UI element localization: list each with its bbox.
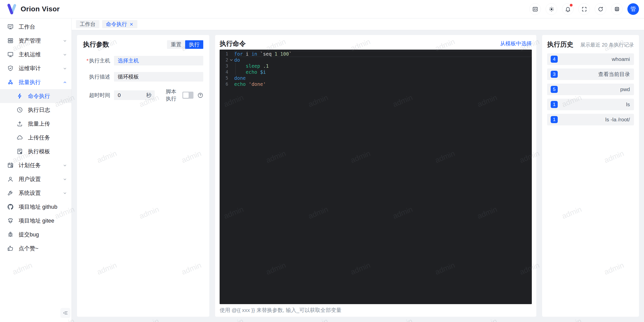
code-line: 1for i in `seq 1 100` — [220, 51, 532, 57]
theme-brightness-icon — [548, 6, 555, 12]
timeout-unit: 秒 — [146, 92, 151, 99]
select-from-template-link[interactable]: 从模板中选择 — [500, 40, 532, 47]
editor-hint: 使用 @{{ xxx }} 来替换参数, 输入_可以获取全部变量 — [220, 307, 532, 314]
history-panel-title: 执行历史 — [547, 40, 573, 49]
github-icon — [7, 203, 14, 210]
fullscreen-button[interactable] — [578, 3, 590, 15]
sidebar-item[interactable]: 项目地址 github — [0, 200, 71, 214]
sidebar-item-label: 工作台 — [19, 23, 67, 31]
description-input[interactable] — [114, 72, 203, 82]
chevron-down-icon — [62, 38, 67, 43]
host-ops-icon — [7, 51, 14, 58]
refresh-button[interactable] — [595, 3, 606, 15]
notifications-bell-icon — [565, 6, 571, 12]
tab[interactable]: 工作台 — [76, 20, 99, 28]
template-file-icon — [16, 148, 23, 155]
sidebar-item[interactable]: 计划任务 — [0, 158, 71, 172]
script-exec-toggle[interactable] — [182, 92, 193, 99]
thumbs-up-icon — [7, 245, 14, 252]
sidebar-item-label: 项目地址 github — [19, 203, 67, 211]
user-avatar[interactable]: 管 — [627, 3, 639, 15]
params-panel-title: 执行参数 — [83, 40, 109, 49]
code-line: 6echo 'done' — [220, 81, 532, 87]
help-question-icon[interactable] — [197, 92, 203, 98]
sidebar-item[interactable]: 项目地址 gitee — [0, 214, 71, 228]
sidebar-item-label: 执行模板 — [28, 148, 67, 155]
sidebar-item-label: 批量执行 — [19, 79, 62, 86]
sidebar-item[interactable]: 用户设置 — [0, 172, 71, 186]
params-form: *执行主机 选择主机 执行描述 超时时间 秒 — [83, 56, 203, 102]
main-area: 工作台命令执行 执行参数 重置 执行 *执行主机 选择主机 — [72, 18, 644, 322]
theme-brightness-button[interactable] — [546, 3, 557, 15]
sidebar-item[interactable]: 批量上传 — [0, 117, 71, 131]
sidebar-item-label: 批量上传 — [28, 120, 67, 128]
sidebar-collapse-button[interactable] — [60, 308, 70, 318]
tab-bar: 工作台命令执行 — [72, 18, 644, 30]
sidebar-item[interactable]: 上传任务 — [0, 131, 71, 145]
settings-gear-button[interactable] — [611, 3, 623, 15]
execution-count-badge: 4 — [551, 56, 558, 63]
sidebar-item[interactable]: 运维审计 — [0, 61, 71, 75]
tab-active[interactable]: 命令执行 — [102, 20, 137, 28]
history-item[interactable]: 3查看当前目录 — [547, 68, 634, 80]
notifications-bell-button[interactable] — [562, 3, 574, 15]
required-asterisk: * — [87, 58, 89, 63]
tab-label: 工作台 — [80, 21, 96, 28]
sidebar-item[interactable]: 执行模板 — [0, 145, 71, 158]
history-command: pwd — [558, 86, 630, 92]
code-editor[interactable]: 1for i in `seq 1 100`2do3 sleep .14 echo… — [220, 50, 532, 304]
history-item[interactable]: 4whoami — [547, 53, 634, 65]
app-header: Orion Visor 管 — [0, 0, 644, 18]
params-panel: 执行参数 重置 执行 *执行主机 选择主机 执行描述 — [77, 35, 209, 317]
lightning-icon — [16, 93, 23, 99]
history-list: 4whoami3查看当前目录5pwd1ls1ls -la /root/ — [547, 53, 634, 125]
fold-chevron-icon[interactable] — [229, 58, 233, 62]
sidebar-item-label: 上传任务 — [28, 134, 67, 141]
sidebar-item[interactable]: 工作台 — [0, 20, 71, 34]
sidebar-item[interactable]: 主机运维 — [0, 48, 71, 61]
execution-count-badge: 5 — [551, 86, 558, 93]
sidebar-item[interactable]: 资产管理 — [0, 34, 71, 48]
tab-label: 命令执行 — [106, 21, 127, 28]
sidebar-item[interactable]: 提交bug — [0, 228, 71, 241]
sidebar-item-active[interactable]: 命令执行 — [0, 89, 71, 103]
upload-icon — [16, 120, 23, 127]
logo-icon — [7, 4, 17, 14]
history-item[interactable]: 1ls -la /root/ — [547, 114, 634, 125]
app-title: Orion Visor — [21, 5, 60, 13]
history-item[interactable]: 1ls — [547, 99, 634, 110]
history-subtitle: 展示最近 20 条执行记录 — [580, 42, 634, 48]
code-line: 4 echo $i — [220, 69, 532, 75]
history-panel: 执行历史 展示最近 20 条执行记录 4whoami3查看当前目录5pwd1ls… — [542, 35, 639, 317]
batch-exec-icon — [7, 79, 14, 86]
close-icon[interactable] — [129, 22, 134, 26]
sidebar-item[interactable]: 执行日志 — [0, 103, 71, 117]
sidebar-item[interactable]: 系统设置 — [0, 186, 71, 200]
execution-count-badge: 3 — [551, 71, 558, 78]
chevron-down-icon — [62, 66, 67, 71]
reset-button[interactable]: 重置 — [167, 40, 185, 49]
fullscreen-icon — [581, 6, 587, 12]
sidebar-item-label: 资产管理 — [19, 37, 62, 45]
execution-count-badge: 1 — [551, 116, 558, 123]
script-exec-label: 脚本执行 — [166, 88, 177, 102]
content-area: 执行参数 重置 执行 *执行主机 选择主机 执行描述 — [72, 30, 644, 322]
header-actions: 管 — [529, 3, 639, 15]
line-number: 4 — [220, 69, 228, 75]
command-panel-title: 执行命令 — [220, 39, 246, 48]
sidebar-item[interactable]: 批量执行 — [0, 75, 71, 89]
host-select[interactable]: 选择主机 — [114, 56, 203, 65]
chevron-down-icon — [62, 191, 67, 196]
wrench-icon — [7, 190, 14, 196]
history-command: ls — [558, 101, 630, 108]
code-window-button[interactable] — [529, 3, 541, 15]
sidebar-item[interactable]: 点个赞~ — [0, 241, 71, 255]
history-item[interactable]: 5pwd — [547, 84, 634, 95]
sidebar-nav: 工作台资产管理主机运维运维审计批量执行命令执行执行日志批量上传上传任务执行模板计… — [0, 20, 71, 255]
sidebar-item-label: 执行日志 — [28, 106, 67, 114]
execute-button[interactable]: 执行 — [185, 40, 203, 49]
refresh-icon — [597, 6, 604, 12]
user-icon — [7, 176, 14, 183]
chevron-down-icon — [62, 177, 67, 182]
line-number: 1 — [220, 51, 228, 56]
